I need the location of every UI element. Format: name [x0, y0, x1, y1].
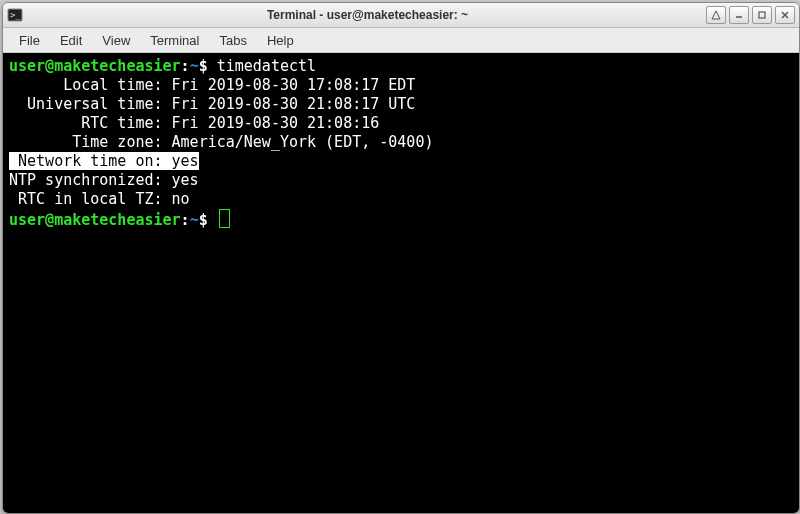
prompt-path-2: ~ — [190, 211, 199, 229]
terminal-window: >_ Terminal - user@maketecheasier: ~ Fil… — [2, 2, 800, 514]
output-local-time: Local time: Fri 2019-08-30 17:08:17 EDT — [9, 76, 415, 94]
close-button[interactable] — [775, 6, 795, 24]
menu-terminal[interactable]: Terminal — [140, 31, 209, 50]
titlebar: >_ Terminal - user@maketecheasier: ~ — [3, 3, 799, 28]
terminal-icon: >_ — [7, 7, 23, 23]
prompt-symbol: $ — [199, 57, 208, 75]
output-time-zone: Time zone: America/New_York (EDT, -0400) — [9, 133, 433, 151]
menu-edit[interactable]: Edit — [50, 31, 92, 50]
prompt-sep: : — [181, 57, 190, 75]
output-ntp-synchronized: NTP synchronized: yes — [9, 171, 199, 189]
prompt-sep-2: : — [181, 211, 190, 229]
window-controls — [706, 6, 795, 24]
maximize-button[interactable] — [752, 6, 772, 24]
output-network-time-on: Network time on: yes — [9, 152, 199, 170]
terminal-viewport[interactable]: user@maketecheasier:~$ timedatectl Local… — [3, 53, 799, 513]
prompt-symbol-2: $ — [199, 211, 208, 229]
output-rtc-time: RTC time: Fri 2019-08-30 21:08:16 — [9, 114, 379, 132]
minimize-button[interactable] — [729, 6, 749, 24]
svg-text:>_: >_ — [10, 10, 21, 20]
menu-tabs[interactable]: Tabs — [209, 31, 256, 50]
prompt-userhost-2: user@maketecheasier — [9, 211, 181, 229]
output-rtc-local-tz: RTC in local TZ: no — [9, 190, 190, 208]
network-time-label: Network time on: — [9, 152, 172, 170]
svg-rect-4 — [759, 12, 765, 18]
window-title: Terminal - user@maketecheasier: ~ — [29, 8, 706, 22]
network-time-value: yes — [172, 152, 199, 170]
prompt-userhost: user@maketecheasier — [9, 57, 181, 75]
prompt-path: ~ — [190, 57, 199, 75]
svg-marker-2 — [712, 11, 720, 19]
menu-view[interactable]: View — [92, 31, 140, 50]
menu-file[interactable]: File — [9, 31, 50, 50]
cursor — [219, 209, 230, 228]
output-universal-time: Universal time: Fri 2019-08-30 21:08:17 … — [9, 95, 415, 113]
command-text: timedatectl — [217, 57, 316, 75]
stick-button[interactable] — [706, 6, 726, 24]
menu-help[interactable]: Help — [257, 31, 304, 50]
menubar: File Edit View Terminal Tabs Help — [3, 28, 799, 53]
